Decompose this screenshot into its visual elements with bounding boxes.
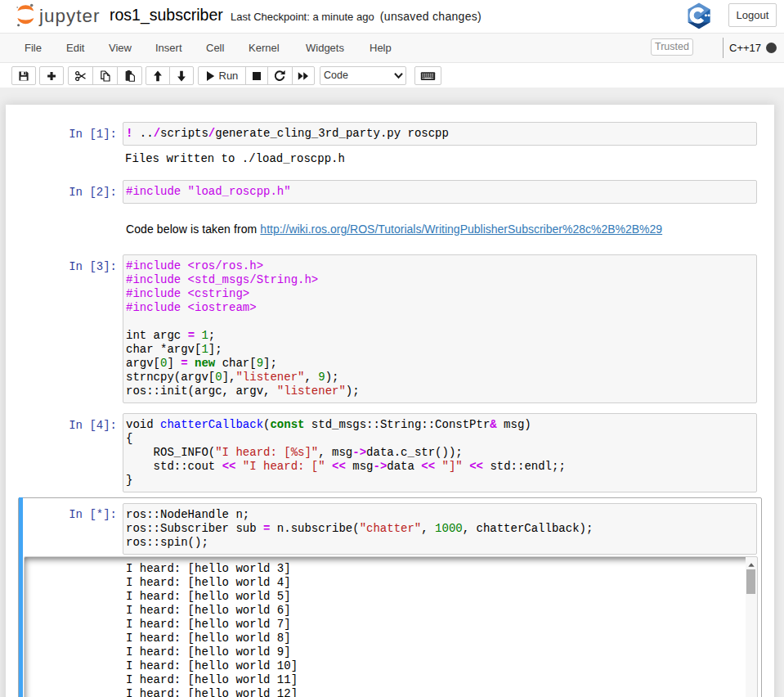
svg-text:jupyter: jupyter bbox=[38, 6, 101, 26]
